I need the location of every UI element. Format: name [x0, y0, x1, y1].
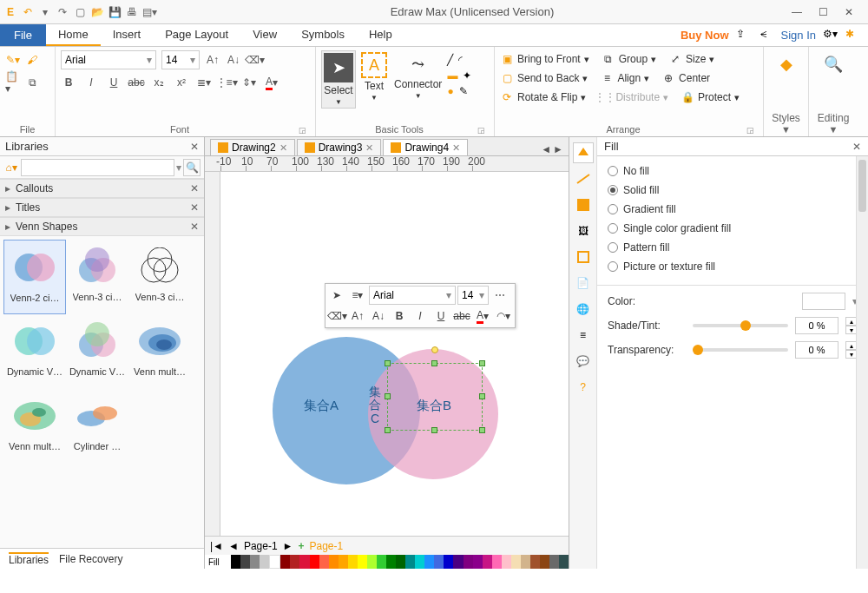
export-icon[interactable]: ⇪	[736, 28, 752, 43]
pen-icon[interactable]: ✎	[459, 85, 468, 97]
ft-dec-icon[interactable]: A↓	[369, 306, 388, 326]
selection-box[interactable]	[387, 363, 483, 431]
page-prev-icon[interactable]: ◄	[228, 540, 239, 552]
italic-icon[interactable]: I	[83, 75, 99, 90]
ft-align-icon[interactable]: ≡▾	[348, 286, 367, 305]
decrease-font-icon[interactable]: A↓	[226, 52, 241, 68]
protect-button[interactable]: 🔒Protect▾	[681, 89, 740, 106]
ft-inc-icon[interactable]: A↑	[348, 306, 367, 326]
resize-handle[interactable]	[431, 427, 437, 433]
doc-tab[interactable]: Drawing2✕	[210, 139, 295, 155]
ft-underline-icon[interactable]: U	[431, 306, 450, 326]
color-picker[interactable]	[802, 293, 845, 310]
resize-handle[interactable]	[479, 393, 485, 399]
group-button[interactable]: ⧉Group▾	[602, 50, 656, 68]
tab-insert[interactable]: Insert	[101, 24, 154, 46]
scrollbar[interactable]	[856, 156, 868, 569]
shape-item[interactable]: Venn-2 ci…	[3, 240, 66, 314]
file-menu[interactable]: File	[0, 24, 46, 46]
shadow-tab-icon[interactable]	[573, 194, 594, 215]
shape-item[interactable]: Dynamic V…	[66, 314, 128, 389]
clear-format-icon[interactable]: ⌫▾	[247, 52, 262, 68]
bullets-icon[interactable]: ≣▾	[196, 75, 212, 90]
page-add-icon[interactable]: +	[298, 540, 304, 552]
numbering-icon[interactable]: ⋮≡▾	[219, 75, 234, 90]
resize-handle[interactable]	[385, 393, 391, 399]
section-titles[interactable]: ▸Titles✕	[0, 198, 204, 217]
size-button[interactable]: ⤢Size▾	[668, 50, 714, 68]
maximize-icon[interactable]: ☐	[814, 6, 832, 18]
oval-shape-icon[interactable]: ●	[447, 85, 453, 97]
underline-icon[interactable]: U	[106, 75, 122, 90]
ft-font-select[interactable]: Arial▾	[369, 286, 456, 305]
resize-handle[interactable]	[431, 360, 437, 366]
layer-tab-icon[interactable]	[573, 247, 594, 267]
search-dropdown-icon[interactable]: ▾	[176, 161, 181, 174]
rect-shape-icon[interactable]: ▬	[447, 69, 457, 82]
fill-close-icon[interactable]: ✕	[852, 141, 861, 153]
ft-more-icon[interactable]: ⋯	[490, 286, 510, 305]
ft-cursor-icon[interactable]: ➤	[327, 286, 346, 305]
shape-item[interactable]: Dynamic V…	[3, 314, 66, 389]
editing-button[interactable]: 🔍	[819, 50, 847, 78]
print-icon[interactable]: 🖶	[125, 5, 139, 19]
font-dialog-launcher[interactable]: ◲	[299, 126, 310, 136]
tab-close-icon[interactable]: ✕	[452, 142, 460, 154]
page-next-icon[interactable]: ►	[283, 540, 293, 552]
new-icon[interactable]: ▢	[73, 5, 87, 19]
more-icon[interactable]: ▤▾	[142, 5, 156, 19]
rotate-handle[interactable]	[431, 346, 438, 353]
layers-tab-icon[interactable]: ≡	[573, 325, 594, 346]
center-button[interactable]: ⊕Center	[661, 69, 710, 87]
arrange-dialog-launcher[interactable]: ◲	[746, 126, 758, 136]
freeform-icon[interactable]: ✦	[463, 69, 471, 82]
transparency-slider[interactable]	[693, 348, 788, 352]
sign-in-link[interactable]: Sign In	[781, 29, 816, 42]
fill-tab-icon[interactable]	[573, 142, 594, 163]
fill-opt-solid[interactable]: Solid fill	[608, 184, 858, 196]
paste-icon[interactable]: 📋▾	[5, 75, 21, 90]
ft-color-icon[interactable]: A▾	[473, 306, 492, 326]
page-first-icon[interactable]: |◄	[210, 540, 223, 552]
tab-close-icon[interactable]: ✕	[365, 142, 373, 154]
buy-now-link[interactable]: Buy Now	[681, 29, 729, 42]
libraries-tab[interactable]: Libraries	[9, 552, 49, 566]
resize-handle[interactable]	[479, 427, 485, 433]
shade-slider[interactable]	[693, 324, 788, 327]
page-tab-icon[interactable]: 📄	[573, 273, 594, 293]
fill-opt-nofill[interactable]: No fill	[608, 165, 858, 177]
current-page[interactable]: Page-1	[310, 540, 344, 552]
doc-tab[interactable]: Drawing4✕	[383, 139, 468, 155]
tab-page-layout[interactable]: Page Layout	[153, 24, 240, 46]
strike-icon[interactable]: abc	[128, 75, 144, 90]
rotate-flip-button[interactable]: ⟳Rotate & Flip▾	[500, 89, 586, 106]
transparency-value[interactable]: 0 %	[795, 341, 838, 359]
tab-view[interactable]: View	[240, 24, 289, 46]
hyperlink-tab-icon[interactable]: 🌐	[573, 299, 594, 320]
tab-symbols[interactable]: Symbols	[289, 24, 357, 46]
bold-icon[interactable]: B	[61, 75, 76, 90]
spacing-icon[interactable]: ⇕▾	[241, 75, 257, 90]
share-icon[interactable]: ⪪	[759, 28, 774, 43]
home-icon[interactable]: ⌂▾	[3, 160, 19, 175]
ft-bold-icon[interactable]: B	[390, 306, 409, 326]
file-recovery-tab[interactable]: File Recovery	[59, 553, 122, 565]
tab-help[interactable]: Help	[357, 24, 404, 46]
shape-item[interactable]: Cylinder …	[66, 389, 128, 464]
close-icon[interactable]: ✕	[840, 6, 858, 18]
ft-strike-icon[interactable]: abc	[452, 306, 471, 326]
shape-item[interactable]: Venn-3 ci…	[66, 240, 128, 314]
venn-label-a[interactable]: 集合A	[304, 398, 339, 414]
line-shape-icon[interactable]: ╱	[447, 54, 453, 66]
bring-to-front-button[interactable]: ▣Bring to Front▾	[500, 50, 589, 68]
ft-curve-icon[interactable]: ◠▾	[494, 306, 513, 326]
tools-dialog-launcher[interactable]: ◲	[477, 126, 489, 136]
redo-icon[interactable]: ↷	[56, 5, 69, 19]
text-tool[interactable]: A Text▼	[359, 50, 389, 103]
settings-icon[interactable]: ⚙▾	[823, 28, 838, 43]
styles-button[interactable]: ◆	[773, 50, 800, 78]
align-button[interactable]: ≡Align▾	[600, 69, 649, 87]
send-to-back-button[interactable]: ▢Send to Back▾	[500, 69, 588, 87]
ft-italic-icon[interactable]: I	[411, 306, 430, 326]
resize-handle[interactable]	[385, 360, 391, 366]
